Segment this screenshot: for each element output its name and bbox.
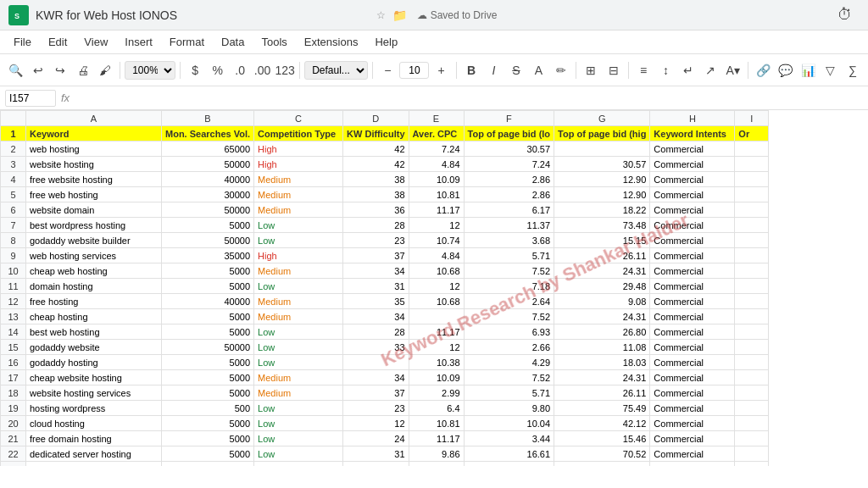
cell-keyword[interactable]: best wordpress hosting [26, 218, 162, 233]
cell-keyword[interactable]: best website hosting [26, 462, 162, 467]
cell-or[interactable] [735, 462, 769, 467]
borders-button[interactable]: ⊞ [581, 58, 601, 82]
col-header-f[interactable]: F [464, 111, 554, 126]
cell-diff[interactable]: 38 [343, 172, 409, 187]
print-button[interactable]: 🖨 [72, 58, 92, 82]
comment-button[interactable]: 💬 [775, 58, 795, 82]
font-selector[interactable]: Defaul... [304, 61, 368, 80]
col-header-c[interactable]: C [254, 111, 343, 126]
cell-cpc[interactable]: 12 [409, 279, 464, 294]
cell-high[interactable]: 30.11 [554, 462, 650, 467]
cell-vol[interactable]: 5000 [162, 370, 254, 385]
cell-comp[interactable]: Low [254, 233, 343, 248]
cell-low[interactable]: 5.71 [464, 248, 554, 263]
h-low[interactable]: Top of page bid (lo [464, 126, 554, 141]
cell-cpc[interactable]: 10.81 [409, 462, 464, 467]
h-diff[interactable]: KW Difficulty [343, 126, 409, 141]
cell-vol[interactable]: 5000 [162, 218, 254, 233]
cell-cpc[interactable]: 10.38 [409, 355, 464, 370]
strikethrough-button[interactable]: S [506, 58, 526, 82]
cell-low[interactable]: 7.52 [464, 309, 554, 324]
number-format-button[interactable]: 123 [275, 58, 295, 82]
cell-or[interactable] [735, 279, 769, 294]
row-num[interactable]: 19 [1, 401, 26, 416]
cell-or[interactable] [735, 324, 769, 340]
menu-data[interactable]: Data [214, 33, 251, 51]
cell-intent[interactable]: Commercial [650, 370, 735, 385]
decimal-decrease-button[interactable]: .0 [230, 58, 250, 82]
cell-or[interactable] [735, 157, 769, 172]
formula-button[interactable]: ∑ [843, 58, 863, 82]
cell-cpc[interactable]: 6.4 [409, 401, 464, 416]
h-or[interactable]: Or [735, 126, 769, 141]
cell-high[interactable]: 9.08 [554, 294, 650, 309]
cell-vol[interactable]: 500 [162, 401, 254, 416]
cell-high[interactable] [554, 141, 650, 157]
cell-high[interactable]: 26.11 [554, 248, 650, 263]
cell-intent[interactable]: Commercial [650, 431, 735, 446]
row-num[interactable]: 5 [1, 187, 26, 202]
cell-comp[interactable]: Low [254, 401, 343, 416]
cell-keyword[interactable]: dedicated server hosting [26, 446, 162, 462]
cell-intent[interactable]: Commercial [650, 385, 735, 401]
cell-comp[interactable]: Medium [254, 462, 343, 467]
cell-vol[interactable]: 5000 [162, 279, 254, 294]
cell-vol[interactable]: 5000 [162, 446, 254, 462]
cell-low[interactable]: 5.71 [464, 385, 554, 401]
cell-intent[interactable]: Commercial [650, 416, 735, 431]
cell-high[interactable]: 26.80 [554, 324, 650, 340]
row-num[interactable]: 3 [1, 157, 26, 172]
cell-cpc[interactable]: 11.17 [409, 324, 464, 340]
row-num[interactable]: 13 [1, 309, 26, 324]
highlight-button[interactable]: ✏ [551, 58, 571, 82]
cell-comp[interactable]: High [254, 141, 343, 157]
cell-keyword[interactable]: cheap web hosting [26, 263, 162, 279]
cell-low[interactable]: 3.44 [464, 431, 554, 446]
cell-cpc[interactable]: 4.84 [409, 248, 464, 263]
cell-high[interactable]: 18.03 [554, 355, 650, 370]
cell-or[interactable] [735, 248, 769, 263]
cell-low[interactable]: 7.24 [464, 157, 554, 172]
cell-comp[interactable]: Low [254, 355, 343, 370]
row-num[interactable]: 20 [1, 416, 26, 431]
cell-intent[interactable]: Commercial [650, 324, 735, 340]
cell-comp[interactable]: Low [254, 279, 343, 294]
col-header-h[interactable]: H [650, 111, 735, 126]
cell-keyword[interactable]: website hosting [26, 157, 162, 172]
cell-comp[interactable]: Low [254, 446, 343, 462]
row-num[interactable]: 4 [1, 172, 26, 187]
row-num[interactable]: 11 [1, 279, 26, 294]
row-num[interactable]: 8 [1, 233, 26, 248]
link-button[interactable]: 🔗 [753, 58, 773, 82]
cell-or[interactable] [735, 416, 769, 431]
decimal-increase-button[interactable]: .00 [252, 58, 272, 82]
cell-or[interactable] [735, 233, 769, 248]
cell-vol[interactable]: 40000 [162, 294, 254, 309]
cell-keyword[interactable]: website hosting services [26, 385, 162, 401]
cell-vol[interactable]: 35000 [162, 248, 254, 263]
h-intent[interactable]: Keyword Intents [650, 126, 735, 141]
cell-intent[interactable]: Commercial [650, 446, 735, 462]
cell-vol[interactable]: 5000 [162, 385, 254, 401]
cell-diff[interactable]: 34 [343, 263, 409, 279]
cell-intent[interactable]: Commercial [650, 172, 735, 187]
history-icon[interactable]: ⏱ [837, 6, 853, 24]
cell-diff[interactable]: 23 [343, 233, 409, 248]
cell-intent[interactable]: Commercial [650, 462, 735, 467]
cell-cpc[interactable]: 2.99 [409, 385, 464, 401]
cell-diff[interactable] [343, 355, 409, 370]
cell-high[interactable]: 24.31 [554, 263, 650, 279]
menu-insert[interactable]: Insert [118, 33, 159, 51]
cell-keyword[interactable]: hosting wordpress [26, 401, 162, 416]
cell-cpc[interactable]: 11.17 [409, 202, 464, 218]
cell-diff[interactable]: 34 [343, 370, 409, 385]
cell-intent[interactable]: Commercial [650, 141, 735, 157]
bold-button[interactable]: B [461, 58, 481, 82]
h-cpc[interactable]: Aver. CPC [409, 126, 464, 141]
row-num[interactable]: 12 [1, 294, 26, 309]
cell-vol[interactable]: 5000 [162, 309, 254, 324]
cell-cpc[interactable]: 11.17 [409, 431, 464, 446]
cell-diff[interactable]: 24 [343, 431, 409, 446]
cell-keyword[interactable]: free hosting [26, 294, 162, 309]
cell-low[interactable]: 2.86 [464, 172, 554, 187]
